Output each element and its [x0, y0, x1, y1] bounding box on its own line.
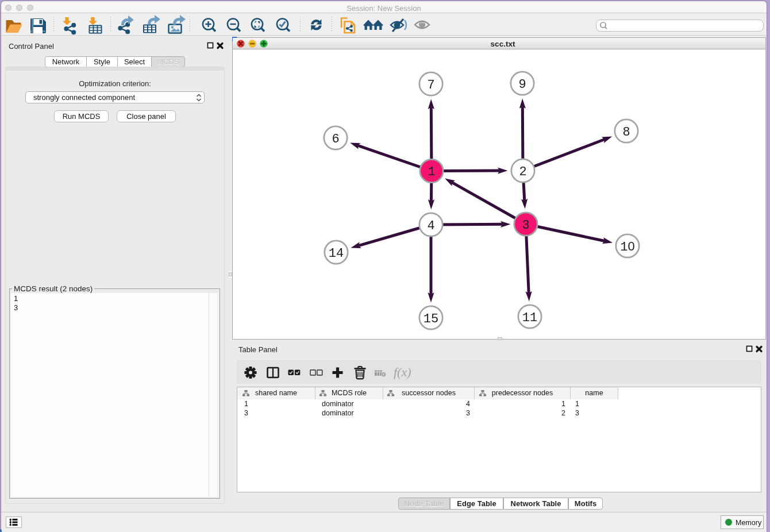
svg-text:Memory: Memory — [736, 519, 762, 527]
svg-text:7: 7 — [427, 78, 434, 92]
svg-text:15: 15 — [424, 312, 438, 326]
svg-text:6: 6 — [332, 132, 339, 147]
svg-text:1: 1 — [428, 165, 435, 179]
svg-text:8: 8 — [622, 125, 630, 140]
svg-text:f(x): f(x) — [394, 365, 411, 379]
svg-text:11: 11 — [522, 311, 537, 325]
svg-text:14: 14 — [329, 246, 344, 261]
svg-text:2: 2 — [519, 165, 526, 179]
svg-text:9: 9 — [518, 78, 526, 92]
svg-text:3: 3 — [522, 218, 529, 233]
svg-text:10: 10 — [620, 239, 634, 255]
svg-text:4: 4 — [427, 219, 434, 233]
